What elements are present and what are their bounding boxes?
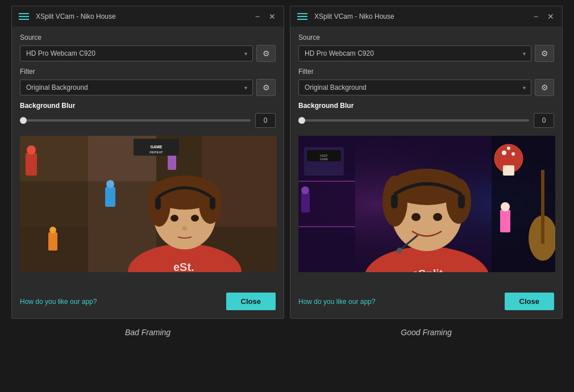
filter-dropdown[interactable]: Original Background	[20, 80, 253, 95]
svg-point-31	[170, 215, 178, 222]
windows-row: XSplit VCam - Niko House − ✕ Source HD P…	[0, 0, 574, 324]
source-dropdown-wrapper: HD Pro Webcam C920 ▾	[298, 45, 531, 61]
menu-icon[interactable]	[16, 11, 31, 22]
svg-rect-54	[301, 193, 310, 212]
close-button[interactable]: Close	[226, 293, 276, 310]
svg-rect-40	[298, 227, 355, 272]
title-bar: XSplit VCam - Niko House − ✕	[12, 6, 284, 27]
svg-rect-5	[20, 181, 88, 227]
filter-control-row: Original Background ▾ ⚙	[298, 79, 554, 96]
svg-text:eSplit: eSplit	[412, 268, 443, 272]
svg-point-32	[191, 215, 199, 222]
svg-rect-6	[88, 181, 156, 227]
svg-text:REPEAT: REPEAT	[149, 151, 163, 154]
blur-slider[interactable]	[298, 119, 529, 122]
filter-label: Filter	[298, 68, 554, 76]
filter-gear-button[interactable]: ⚙	[535, 79, 554, 96]
window-content: Source HD Pro Webcam C920 ▾ ⚙ Filter Ori…	[290, 27, 562, 287]
svg-point-68	[397, 248, 402, 253]
source-control-row: HD Pro Webcam C920 ▾ ⚙	[298, 45, 554, 62]
source-dropdown[interactable]: HD Pro Webcam C920	[20, 45, 253, 61]
close-window-button[interactable]: ✕	[265, 11, 279, 22]
preview-area: KEEP GAME	[298, 136, 555, 272]
source-label: Source	[298, 34, 554, 41]
svg-point-49	[502, 151, 506, 155]
minimize-button[interactable]: −	[252, 11, 263, 22]
blur-label: Background Blur	[298, 102, 554, 110]
close-button[interactable]: Close	[505, 293, 554, 310]
filter-dropdown-wrapper: Original Background ▾	[298, 80, 531, 95]
filter-control-row: Original Background ▾ ⚙	[20, 79, 276, 96]
caption-row: Bad FramingGood Framing	[0, 324, 574, 340]
source-gear-button[interactable]: ⚙	[535, 45, 554, 62]
preview-area: GAME REPEAT eSt.	[20, 136, 277, 272]
window-content: Source HD Pro Webcam C920 ▾ ⚙ Filter Ori…	[12, 27, 284, 287]
svg-point-50	[511, 152, 515, 156]
svg-rect-66	[458, 194, 465, 208]
svg-text:GAME: GAME	[320, 157, 328, 161]
svg-rect-59	[298, 226, 355, 227]
svg-point-16	[106, 180, 114, 188]
blur-label: Background Blur	[20, 102, 276, 110]
svg-point-53	[501, 202, 510, 211]
svg-rect-57	[541, 170, 544, 244]
blur-slider[interactable]	[20, 119, 251, 122]
svg-rect-30	[210, 197, 215, 210]
filter-label: Filter	[20, 68, 276, 76]
svg-point-51	[507, 147, 510, 150]
filter-dropdown-wrapper: Original Background ▾	[20, 80, 253, 95]
window-title: XSplit VCam - Niko House	[36, 12, 247, 20]
svg-point-69	[411, 213, 421, 221]
svg-rect-29	[155, 197, 161, 210]
svg-point-70	[433, 213, 442, 221]
feedback-link[interactable]: How do you like our app?	[298, 298, 375, 306]
blur-value: 0	[255, 113, 276, 128]
source-dropdown[interactable]: HD Pro Webcam C920	[298, 45, 531, 61]
filter-gear-button[interactable]: ⚙	[256, 79, 276, 96]
svg-point-55	[301, 186, 309, 194]
svg-rect-4	[202, 136, 277, 181]
window-footer: How do you like our app? Close	[12, 287, 284, 318]
svg-text:eSt.: eSt.	[173, 261, 194, 272]
source-gear-button[interactable]: ⚙	[256, 45, 276, 62]
minimize-button[interactable]: −	[530, 11, 542, 22]
svg-point-33	[182, 226, 188, 231]
vcam-window-good-framing: XSplit VCam - Niko House − ✕ Source HD P…	[290, 6, 563, 319]
svg-point-14	[27, 145, 36, 155]
caption-good-framing: Good Framing	[290, 324, 563, 340]
feedback-link[interactable]: How do you like our app?	[20, 298, 97, 306]
svg-rect-19	[48, 232, 57, 251]
source-dropdown-wrapper: HD Pro Webcam C920 ▾	[20, 45, 253, 61]
blur-slider-row: 0	[298, 113, 554, 128]
svg-rect-52	[500, 210, 510, 232]
blur-value: 0	[534, 113, 554, 128]
svg-rect-58	[298, 181, 355, 182]
svg-rect-13	[26, 153, 37, 176]
window-title: XSplit VCam - Niko House	[314, 12, 526, 20]
menu-icon[interactable]	[295, 11, 310, 22]
filter-dropdown[interactable]: Original Background	[298, 80, 531, 95]
source-control-row: HD Pro Webcam C920 ▾ ⚙	[20, 45, 276, 62]
title-bar-controls: − ✕	[252, 11, 279, 22]
svg-point-20	[49, 227, 56, 233]
source-label: Source	[20, 34, 276, 41]
title-bar: XSplit VCam - Niko House − ✕	[290, 6, 562, 27]
blur-slider-row: 0	[20, 113, 276, 128]
window-footer: How do you like our app? Close	[290, 287, 562, 318]
close-window-button[interactable]: ✕	[544, 11, 558, 22]
svg-text:GAME: GAME	[151, 145, 163, 149]
svg-rect-65	[391, 194, 398, 208]
vcam-window-bad-framing: XSplit VCam - Niko House − ✕ Source HD P…	[11, 6, 284, 319]
svg-rect-15	[105, 187, 115, 207]
svg-rect-48	[503, 165, 514, 176]
title-bar-controls: − ✕	[530, 11, 558, 22]
caption-bad-framing: Bad Framing	[11, 324, 284, 340]
